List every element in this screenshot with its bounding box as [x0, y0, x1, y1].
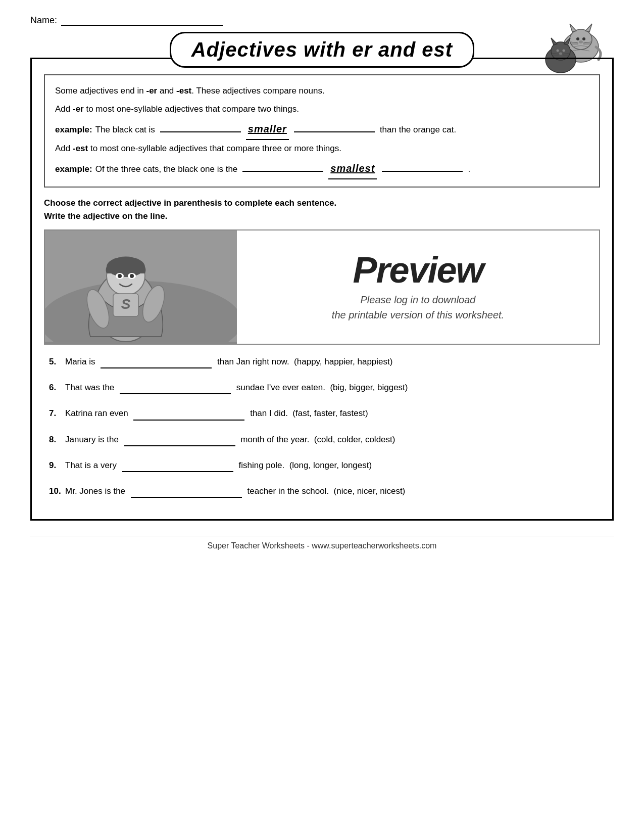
- instructions-line1: Choose the correct adjective in parenthe…: [44, 197, 600, 210]
- preview-right: Preview Please log in to download the pr…: [237, 230, 599, 344]
- q5-text: Maria is than Jan right now. (happy, hap…: [65, 355, 595, 368]
- q9-number: 9.: [49, 458, 65, 472]
- q6-blank: [120, 393, 231, 394]
- q8-number: 8.: [49, 433, 65, 446]
- svg-marker-2: [570, 24, 576, 32]
- q8-text: January is the month of the year. (cold,…: [65, 433, 595, 446]
- questions-section: 5. Maria is than Jan right now. (happy, …: [44, 355, 600, 498]
- question-6: 6. That was the sundae I've ever eaten. …: [49, 381, 595, 394]
- example1-label: example:: [55, 121, 92, 138]
- bold-est: -est: [176, 86, 191, 96]
- svg-point-6: [579, 40, 583, 43]
- preview-subtitle-line2: the printable version of this worksheet.: [332, 309, 504, 320]
- example1-pre: The black cat is: [95, 121, 155, 138]
- svg-point-5: [582, 37, 585, 40]
- instructions: Choose the correct adjective in parenthe…: [44, 197, 600, 222]
- main-content: Some adjectives end in -er and -est. The…: [30, 58, 614, 521]
- q5-number: 5.: [49, 355, 65, 368]
- question-5: 5. Maria is than Jan right now. (happy, …: [49, 355, 595, 368]
- preview-section: S Preview Please log in to download the …: [44, 229, 600, 345]
- svg-marker-13: [551, 38, 557, 45]
- info-box: Some adjectives end in -er and -est. The…: [44, 74, 600, 188]
- example2-label: example:: [55, 161, 92, 178]
- example2-word: smallest: [328, 158, 377, 179]
- q6-text: That was the sundae I've ever eaten. (bi…: [65, 381, 595, 394]
- example1-blank: [160, 131, 241, 132]
- footer: Super Teacher Worksheets - www.superteac…: [30, 536, 614, 550]
- svg-point-30: [130, 274, 134, 278]
- footer-text: Super Teacher Worksheets - www.superteac…: [208, 541, 437, 550]
- info-line2: Add -er to most one-syllable adjectives …: [55, 101, 589, 118]
- q6-number: 6.: [49, 381, 65, 394]
- svg-text:S: S: [121, 296, 131, 312]
- example2-pre: Of the three cats, the black one is the: [95, 161, 238, 178]
- example2-line: example: Of the three cats, the black on…: [55, 158, 589, 179]
- q7-text: Katrina ran even than I did. (fast, fast…: [65, 406, 595, 420]
- question-9: 9. That is a very fishing pole. (long, l…: [49, 458, 595, 472]
- q10-number: 10.: [49, 484, 65, 498]
- info-line3: Add -est to most one-syllable adjectives…: [55, 140, 589, 157]
- example1-word: smaller: [246, 119, 289, 140]
- q7-blank: [133, 420, 244, 421]
- svg-marker-3: [585, 24, 592, 32]
- svg-point-15: [557, 50, 559, 52]
- instructions-line2: Write the adjective on the line.: [44, 210, 600, 223]
- preview-subtitle-line1: Please log in to download: [361, 294, 476, 305]
- add-est: -est: [73, 144, 88, 153]
- name-field: Name:: [30, 15, 614, 26]
- preview-subtitle: Please log in to download the printable …: [332, 292, 504, 322]
- svg-point-17: [559, 53, 562, 55]
- svg-point-4: [576, 37, 579, 40]
- preview-image: S: [45, 230, 237, 344]
- q10-blank: [131, 497, 242, 498]
- example1-blank2: [294, 131, 375, 132]
- example1-line: example: The black cat is smaller than t…: [55, 119, 589, 140]
- name-label: Name:: [30, 15, 57, 26]
- example2-post: .: [468, 161, 470, 178]
- bold-er: -er: [146, 86, 158, 96]
- example1-post: than the orange cat.: [380, 121, 456, 138]
- q9-text: That is a very fishing pole. (long, long…: [65, 458, 595, 472]
- preview-title: Preview: [353, 252, 483, 288]
- question-8: 8. January is the month of the year. (co…: [49, 433, 595, 446]
- svg-point-29: [118, 274, 122, 278]
- info-line1: Some adjectives end in -er and -est. The…: [55, 82, 589, 100]
- question-7: 7. Katrina ran even than I did. (fast, f…: [49, 406, 595, 420]
- svg-point-1: [570, 29, 592, 50]
- q8-blank: [124, 445, 235, 446]
- example2-blank: [242, 171, 323, 172]
- q9-blank: [122, 471, 233, 472]
- worksheet-title: Adjectives with er and est: [170, 32, 474, 68]
- q5-blank: [101, 367, 212, 368]
- name-input-line: [61, 16, 223, 26]
- example2-blank2: [382, 171, 463, 172]
- question-10: 10. Mr. Jones is the teacher in the scho…: [49, 484, 595, 498]
- q10-text: Mr. Jones is the teacher in the school. …: [65, 484, 595, 498]
- add-er: -er: [73, 104, 84, 114]
- q7-number: 7.: [49, 406, 65, 420]
- svg-point-16: [563, 50, 565, 52]
